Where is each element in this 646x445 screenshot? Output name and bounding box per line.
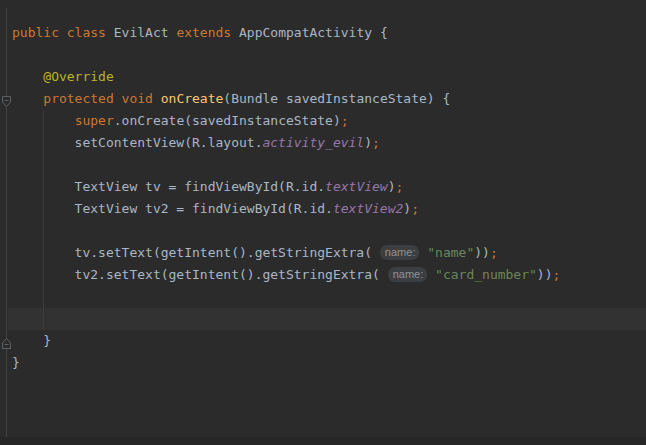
code-line[interactable]: TextView tv2 = findViewById(R.id.textVie…	[12, 198, 646, 220]
code-token: ))	[537, 267, 553, 282]
code-token: protected	[43, 91, 113, 106]
code-token: }	[12, 333, 51, 348]
code-token: super	[75, 113, 114, 128]
code-token	[153, 91, 161, 106]
code-token: ))	[474, 245, 490, 260]
code-token: textView2	[333, 201, 403, 216]
code-line[interactable]: }	[12, 352, 646, 374]
code-line[interactable]: tv.setText(getIntent().getStringExtra( n…	[12, 242, 646, 264]
code-token: ;	[396, 179, 404, 194]
code-token: ;	[553, 267, 561, 282]
code-token: ;	[411, 201, 419, 216]
code-line[interactable]	[12, 286, 646, 308]
code-token: textView	[325, 179, 388, 194]
code-token: AppCompatActivity {	[231, 25, 388, 40]
code-token: TextView tv = findViewById(R.id.	[12, 179, 325, 194]
parameter-hint-chip[interactable]: name:	[380, 245, 420, 260]
code-line[interactable]	[12, 44, 646, 66]
code-token: }	[12, 355, 20, 370]
code-token: ;	[372, 135, 380, 150]
code-token: .onCreate(savedInstanceState)	[114, 113, 341, 128]
fold-collapse-icon[interactable]	[1, 93, 12, 106]
code-token: setContentView(R.layout.	[12, 135, 262, 150]
code-line[interactable]	[12, 308, 646, 330]
fold-expand-icon[interactable]	[1, 335, 12, 348]
code-token	[12, 113, 75, 128]
code-token	[12, 69, 43, 84]
parameter-hint-chip[interactable]: name:	[388, 267, 428, 282]
code-token	[114, 91, 122, 106]
code-token: ;	[490, 245, 498, 260]
code-token: EvilAct	[106, 25, 176, 40]
code-line[interactable]	[12, 154, 646, 176]
code-line[interactable]: @Override	[12, 66, 646, 88]
code-line[interactable]: protected void onCreate(Bundle savedInst…	[12, 88, 646, 110]
code-area[interactable]: public class EvilAct extends AppCompatAc…	[0, 0, 646, 445]
code-token: extends	[176, 25, 231, 40]
code-token	[427, 267, 435, 282]
code-line[interactable]: setContentView(R.layout.activity_evil);	[12, 132, 646, 154]
code-editor-window: { "editor": { "language": "java", "backg…	[0, 0, 646, 445]
code-token: (Bundle savedInstanceState) {	[223, 91, 450, 106]
code-line[interactable]: TextView tv = findViewById(R.id.textView…	[12, 176, 646, 198]
code-token: tv.setText(getIntent().getStringExtra(	[12, 245, 380, 260]
code-token	[12, 91, 43, 106]
code-line[interactable]: super.onCreate(savedInstanceState);	[12, 110, 646, 132]
code-line[interactable]: tv2.setText(getIntent().getStringExtra( …	[12, 264, 646, 286]
code-token: )	[364, 135, 372, 150]
code-token: onCreate	[161, 91, 224, 106]
code-token: )	[388, 179, 396, 194]
code-line[interactable]: }	[12, 330, 646, 352]
code-token: class	[67, 25, 106, 40]
code-token: void	[122, 91, 153, 106]
code-line[interactable]	[12, 220, 646, 242]
code-token: "card_number"	[435, 267, 537, 282]
code-token: TextView tv2 = findViewById(R.id.	[12, 201, 333, 216]
code-token: @Override	[43, 69, 113, 84]
code-token	[59, 25, 67, 40]
code-token: ;	[341, 113, 349, 128]
code-line[interactable]: public class EvilAct extends AppCompatAc…	[12, 22, 646, 44]
code-token: public	[12, 25, 59, 40]
code-token: activity_evil	[262, 135, 364, 150]
code-token: )	[403, 201, 411, 216]
gutter-fold-line	[6, 8, 7, 437]
code-token: tv2.setText(getIntent().getStringExtra(	[12, 267, 388, 282]
code-token: "name"	[427, 245, 474, 260]
